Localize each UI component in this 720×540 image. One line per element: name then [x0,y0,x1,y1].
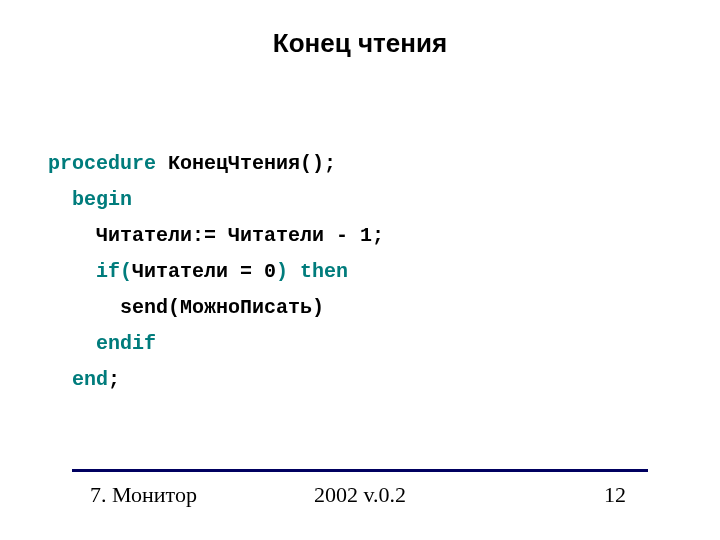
code-line-3: Читатели:= Читатели - 1; [48,224,384,247]
paren-open: ( [120,260,132,283]
footer-rule [72,469,648,472]
footer: 2002 v.0.2 7. Монитор 12 [0,482,720,512]
code-line-7: end; [48,368,120,391]
code-block: procedure КонецЧтения(); begin Читатели:… [48,110,384,434]
end-semi: ; [108,368,120,391]
kw-endif: endif [96,332,156,355]
footer-left: 7. Монитор [90,482,197,508]
slide: Конец чтения procedure КонецЧтения(); be… [0,0,720,540]
code-line-6: endif [48,332,156,355]
kw-end: end [72,368,108,391]
stmt-send: send(МожноПисать) [120,296,324,319]
slide-title: Конец чтения [0,28,720,59]
code-line-4: if(Читатели = 0) then [48,260,348,283]
paren-close: ) [276,260,288,283]
footer-page-number: 12 [604,482,626,508]
kw-then: then [288,260,348,283]
stmt-decrement: Читатели:= Читатели - 1; [96,224,384,247]
code-line-1: procedure КонецЧтения(); [48,152,336,175]
if-expr: Читатели = 0 [132,260,276,283]
kw-procedure: procedure [48,152,156,175]
kw-if: if [96,260,120,283]
code-line-2: begin [48,188,132,211]
code-line-5: send(МожноПисать) [48,296,324,319]
proc-name: КонецЧтения(); [156,152,336,175]
kw-begin: begin [72,188,132,211]
